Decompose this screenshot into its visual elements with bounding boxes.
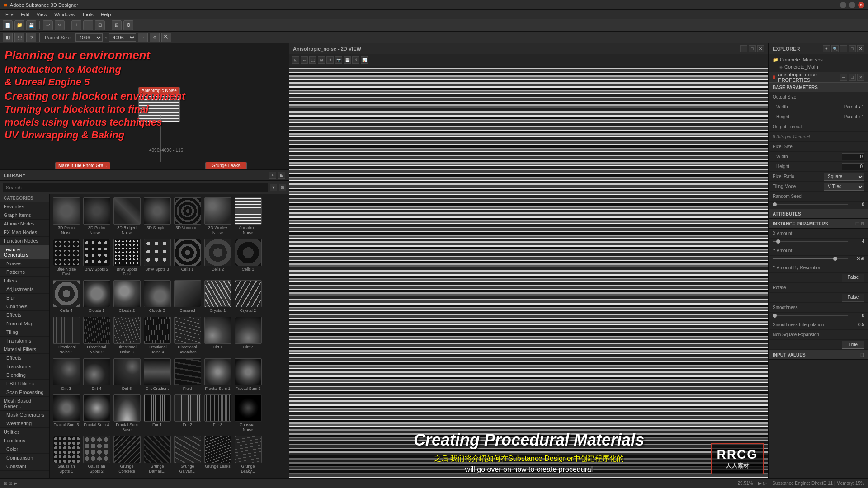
lib-cat-favorites[interactable]: Favorites	[0, 202, 49, 211]
list-item[interactable]: Dirt Gradient	[142, 357, 172, 393]
list-item[interactable]: BnW Spots 3	[142, 238, 172, 278]
height-select[interactable]: 409620481024512	[109, 33, 136, 42]
menu-file[interactable]: File	[2, 10, 17, 19]
list-item[interactable]: Gaussian Noise	[233, 393, 263, 434]
search-options-btn[interactable]: ⊞	[279, 184, 286, 191]
lib-cat-atomic[interactable]: Atomic Nodes	[0, 220, 49, 228]
pixel-height-input[interactable]: 0	[842, 163, 864, 170]
list-item[interactable]: BnW Spots Fast	[112, 238, 142, 278]
list-item[interactable]: Dirt 2	[233, 315, 263, 356]
list-item[interactable]: Directional Noise 2	[82, 315, 111, 356]
list-item[interactable]: Fur 1	[142, 393, 172, 434]
lib-cat-effects2[interactable]: Effects	[0, 354, 49, 362]
list-item[interactable]: Fractal Sum 4	[82, 393, 111, 434]
lib-cat-noises[interactable]: Noises	[0, 259, 49, 268]
y-amount-knob[interactable]	[833, 257, 837, 261]
lib-cat-comparison[interactable]: Comparison	[0, 454, 49, 462]
grid-button[interactable]: ⊞	[112, 20, 122, 30]
library-search-input[interactable]	[3, 183, 268, 192]
explorer-max-btn[interactable]: □	[849, 45, 856, 52]
lib-cat-normalmap[interactable]: Normal Map	[0, 319, 49, 328]
maximize-button[interactable]: □	[849, 2, 855, 8]
open-button[interactable]: 📁	[14, 20, 24, 30]
lib-cat-function[interactable]: Function Nodes	[0, 237, 49, 245]
list-item[interactable]: Gaussian Spots 1	[52, 435, 81, 475]
list-item[interactable]: Cells 1	[173, 238, 202, 278]
tb2-btn6[interactable]: ⛏	[161, 33, 171, 42]
explorer-min-btn[interactable]: ─	[840, 45, 847, 52]
menu-view[interactable]: View	[33, 10, 51, 19]
pixel-ratio-select[interactable]: Square 2:1	[824, 173, 864, 181]
2d-tb-btn1[interactable]: ⊡	[292, 56, 299, 64]
tb2-btn5[interactable]: ⚙	[150, 33, 160, 42]
list-item[interactable]: Grunge Leaks	[203, 435, 232, 475]
list-item[interactable]: 3D Worley Noise	[203, 196, 232, 237]
view-2d-viewport[interactable]	[289, 66, 768, 478]
x-amount-knob[interactable]	[776, 239, 780, 244]
lib-cat-material-filters[interactable]: Material Filters	[0, 345, 49, 354]
tb2-btn4[interactable]: ↔	[138, 33, 148, 42]
instance-parameters-header[interactable]: INSTANCE PARAMETERS ⬚ ⊡	[769, 219, 868, 229]
width-select[interactable]: 409620481024512	[75, 33, 103, 42]
2d-tb-btn8[interactable]: ℹ	[352, 56, 359, 64]
2d-tb-btn9[interactable]: 📊	[361, 56, 368, 64]
fit-button[interactable]: ⊡	[95, 20, 105, 30]
list-item[interactable]: Directional Noise 3	[112, 315, 142, 356]
attributes-header[interactable]: ATTRIBUTES	[769, 209, 868, 219]
list-item[interactable]: Grunge Concrete	[112, 435, 142, 475]
explorer-add-btn[interactable]: +	[823, 45, 830, 52]
list-item[interactable]: Creased	[173, 279, 202, 314]
list-item[interactable]: Fur 2	[173, 393, 202, 434]
list-item[interactable]: Fluid	[173, 357, 202, 393]
list-item[interactable]: Dirt 5	[112, 357, 142, 393]
list-item[interactable]: 3D Simpli...	[142, 196, 172, 237]
minimize-button[interactable]: ─	[840, 2, 846, 8]
props-close-btn[interactable]: ✕	[857, 74, 864, 81]
list-item[interactable]: Grunge Damas...	[142, 435, 172, 475]
lib-cat-weathering[interactable]: Weathering	[0, 419, 49, 428]
list-item[interactable]: Directional Scratches	[173, 315, 202, 356]
lib-cat-channels[interactable]: Channels	[0, 302, 49, 311]
x-amount-slider[interactable]	[773, 241, 848, 242]
list-item[interactable]: Cells 4	[52, 279, 81, 314]
list-item[interactable]: Anisotro... Noise	[233, 196, 263, 237]
tb2-btn1[interactable]: ◧	[3, 33, 13, 42]
smoothness-knob[interactable]	[773, 314, 777, 318]
list-item[interactable]: Fractal Sum 1	[203, 357, 232, 393]
tree-item-file[interactable]: 📁 Concrete_Main.sbs	[771, 56, 866, 63]
zoom-in-button[interactable]: +	[71, 20, 81, 30]
view-2d-close-btn[interactable]: ✕	[757, 45, 764, 52]
y-amount-slider[interactable]	[773, 258, 848, 259]
make-tile-node[interactable]: Make It Tile Photo Gra...	[55, 162, 110, 170]
save-button[interactable]: 💾	[26, 20, 36, 30]
list-item[interactable]: Dirt 1	[203, 315, 232, 356]
2d-tb-btn5[interactable]: ↺	[326, 56, 334, 64]
base-parameters-header[interactable]: BASE PARAMETERS	[769, 82, 868, 92]
list-item[interactable]: Cells 2	[203, 238, 232, 278]
search-filter-btn[interactable]: ▼	[270, 184, 277, 191]
list-item[interactable]: 3D Voronoi...	[173, 196, 202, 237]
lib-cat-transforms2[interactable]: Transforms	[0, 362, 49, 371]
explorer-search-btn[interactable]: 🔍	[831, 45, 839, 52]
list-item[interactable]: 3D Perlin Noise	[52, 196, 81, 237]
props-min-btn[interactable]: ─	[840, 74, 847, 81]
2d-tb-btn7[interactable]: 💾	[344, 56, 351, 64]
menu-help[interactable]: Help	[97, 10, 115, 19]
list-item[interactable]: Gaussian Spots 2	[82, 435, 111, 475]
list-item[interactable]: Clouds 3	[142, 279, 172, 314]
props-max-btn[interactable]: □	[849, 74, 856, 81]
2d-tb-btn6[interactable]: 📷	[335, 56, 342, 64]
library-add-btn[interactable]: +	[269, 172, 276, 179]
menu-edit[interactable]: Edit	[17, 10, 33, 19]
rotate-toggle[interactable]: False	[842, 294, 864, 302]
list-item[interactable]: Fur 3	[203, 393, 232, 434]
grunge-leaks-node[interactable]: Grunge Leaks	[205, 162, 247, 170]
redo-button[interactable]: ↪	[55, 20, 65, 30]
close-button[interactable]: ✕	[858, 2, 864, 8]
2d-tb-btn4[interactable]: ⊞	[318, 56, 325, 64]
tb2-btn2[interactable]: ⬚	[14, 33, 24, 42]
lib-cat-transforms[interactable]: Transforms	[0, 337, 49, 345]
lib-cat-mesh-based[interactable]: Mesh Based Gener...	[0, 397, 49, 411]
tree-item-concrete[interactable]: ◈ Concrete_Main	[771, 63, 866, 70]
new-button[interactable]: 📄	[3, 20, 13, 30]
